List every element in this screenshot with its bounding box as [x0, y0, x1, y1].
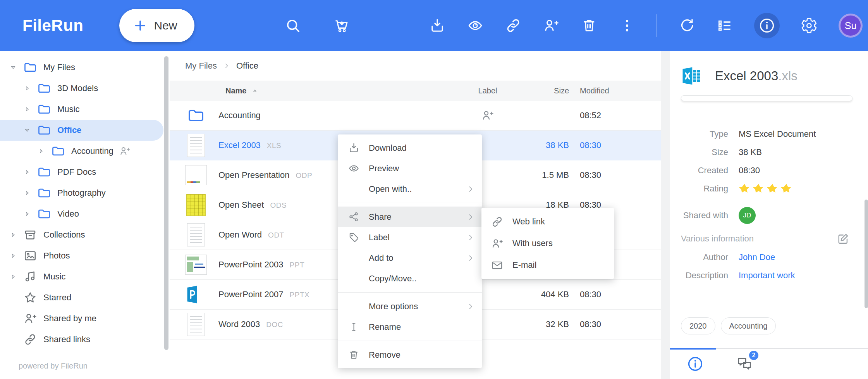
star-icon[interactable]: [739, 183, 751, 195]
caret-right-icon[interactable]: [23, 168, 31, 176]
refresh-icon[interactable]: [678, 17, 695, 34]
star-icon[interactable]: [767, 183, 779, 195]
details-tab-bar: 2: [670, 348, 868, 379]
collapsed-preview-bar[interactable]: [681, 95, 853, 101]
edit-metadata-icon[interactable]: [836, 232, 850, 246]
caret-right-icon[interactable]: [37, 147, 45, 155]
sidebar-item-accounting[interactable]: Accounting: [0, 141, 169, 162]
menu-item-copy-move[interactable]: Copy/Move..: [338, 268, 482, 289]
various-information-section: Various information: [681, 232, 860, 246]
share-with-users-icon[interactable]: [543, 17, 560, 34]
table-row-accounting[interactable]: Accounting 08:52: [170, 101, 661, 131]
column-header-label[interactable]: Label: [451, 86, 524, 95]
menu-item-remove[interactable]: Remove: [338, 345, 482, 365]
sidebar-item-office[interactable]: Office: [0, 120, 163, 141]
table-header: Name Label Size Modified: [170, 81, 661, 101]
file-name[interactable]: Accounting: [218, 110, 261, 121]
delete-icon[interactable]: [581, 17, 598, 34]
user-avatar[interactable]: Su: [839, 14, 863, 38]
caret-right-icon[interactable]: [23, 105, 31, 113]
menu-item-add-to[interactable]: Add to: [338, 248, 482, 268]
share-icon: [348, 211, 360, 223]
shared-user-avatar[interactable]: JD: [739, 207, 756, 224]
star-icon[interactable]: [753, 183, 765, 195]
menu-item-open-with[interactable]: Open with..: [338, 179, 482, 199]
column-header-size[interactable]: Size: [524, 86, 569, 95]
download-icon[interactable]: [429, 17, 446, 34]
menu-item-download[interactable]: Download: [338, 138, 482, 158]
menu-divider: [338, 341, 482, 341]
sidebar-item-my-files[interactable]: My Files: [0, 57, 169, 78]
tag-2020[interactable]: 2020: [681, 317, 715, 334]
tab-info-icon[interactable]: [686, 355, 704, 373]
file-name[interactable]: PowerPoint 2007: [218, 289, 284, 300]
sidebar-item-music-library[interactable]: Music: [0, 266, 169, 287]
cart-icon[interactable]: [333, 17, 350, 34]
file-name[interactable]: Word 2003: [218, 319, 260, 329]
sidebar-item-starred[interactable]: Starred: [0, 287, 169, 308]
file-name[interactable]: Open Presentation: [218, 170, 289, 180]
star-icon[interactable]: [780, 183, 792, 195]
breadcrumb-current[interactable]: Office: [236, 61, 258, 71]
sidebar-item-label: PDF Docs: [57, 167, 96, 177]
caret-right-icon[interactable]: [23, 189, 31, 197]
sidebar-scrollbar[interactable]: [164, 56, 168, 350]
column-header-modified[interactable]: Modified: [569, 86, 631, 95]
menu-item-share[interactable]: Share: [338, 207, 482, 227]
sidebar-item-video[interactable]: Video: [0, 203, 169, 224]
file-name[interactable]: PowerPoint 2003: [218, 260, 284, 270]
share-link-icon[interactable]: [505, 17, 522, 34]
sidebar-item-music-folder[interactable]: Music: [0, 99, 169, 120]
sidebar-item-label: Starred: [43, 293, 71, 303]
menu-item-preview[interactable]: Preview: [338, 158, 482, 179]
sidebar-item-shared-by-me[interactable]: Shared by me: [0, 308, 169, 329]
menu-item-label[interactable]: Label: [338, 227, 482, 248]
document-thumbnail: [187, 223, 205, 246]
submenu-item-with-users[interactable]: With users: [481, 233, 614, 254]
new-button[interactable]: New: [119, 9, 194, 42]
caret-right-icon[interactable]: [9, 273, 17, 281]
tab-comments-icon[interactable]: 2: [736, 355, 753, 373]
tag-accounting[interactable]: Accounting: [721, 317, 776, 334]
info-panel-toggle-icon[interactable]: [754, 13, 780, 38]
caret-down-icon[interactable]: [23, 126, 31, 134]
sidebar-item-pdf-docs[interactable]: PDF Docs: [0, 162, 169, 183]
context-menu: Download Preview Open with.. Share Label…: [338, 134, 482, 368]
search-icon[interactable]: [284, 17, 301, 34]
caret-down-icon[interactable]: [9, 64, 17, 71]
folder-icon: [51, 144, 65, 158]
file-name[interactable]: Open Sheet: [218, 200, 264, 210]
submenu-item-email[interactable]: E-mail: [481, 254, 614, 276]
details-scrollbar[interactable]: [865, 200, 868, 308]
file-title-block: Excel 2003.xls: [681, 65, 798, 86]
excel-file-icon: [681, 65, 702, 86]
file-name[interactable]: Open Word: [218, 230, 262, 240]
sidebar-item-3d-models[interactable]: 3D Models: [0, 78, 169, 99]
file-name[interactable]: Excel 2003: [218, 140, 261, 150]
submenu-item-web-link[interactable]: Web link: [481, 211, 614, 233]
details-panel: Excel 2003.xls TypeMS Excel Document Siz…: [670, 51, 868, 379]
settings-gear-icon[interactable]: [801, 17, 818, 34]
column-header-name[interactable]: Name: [218, 86, 451, 95]
sidebar-item-photography[interactable]: Photography: [0, 183, 169, 203]
file-size: 404 KB: [524, 289, 569, 300]
more-options-icon[interactable]: [619, 17, 636, 34]
sidebar-item-collections[interactable]: Collections: [0, 224, 169, 245]
menu-item-rename[interactable]: Rename: [338, 317, 482, 337]
caret-right-icon[interactable]: [23, 84, 31, 92]
list-view-icon[interactable]: [716, 17, 733, 34]
caret-right-icon[interactable]: [9, 231, 17, 239]
author-value[interactable]: John Doe: [739, 252, 860, 262]
caret-right-icon[interactable]: [23, 210, 31, 218]
preview-eye-icon[interactable]: [467, 17, 484, 34]
description-value[interactable]: Important work: [739, 270, 860, 281]
sidebar-item-label: Music: [43, 272, 65, 282]
link-icon: [491, 215, 504, 228]
rating-stars[interactable]: [739, 183, 860, 195]
menu-item-more-options[interactable]: More options: [338, 296, 482, 317]
breadcrumb-root[interactable]: My Files: [185, 61, 217, 71]
sidebar-item-shared-links[interactable]: Shared links: [0, 329, 169, 350]
caret-right-icon[interactable]: [9, 252, 17, 260]
sidebar-item-photos[interactable]: Photos: [0, 245, 169, 266]
new-button-label: New: [154, 19, 177, 32]
